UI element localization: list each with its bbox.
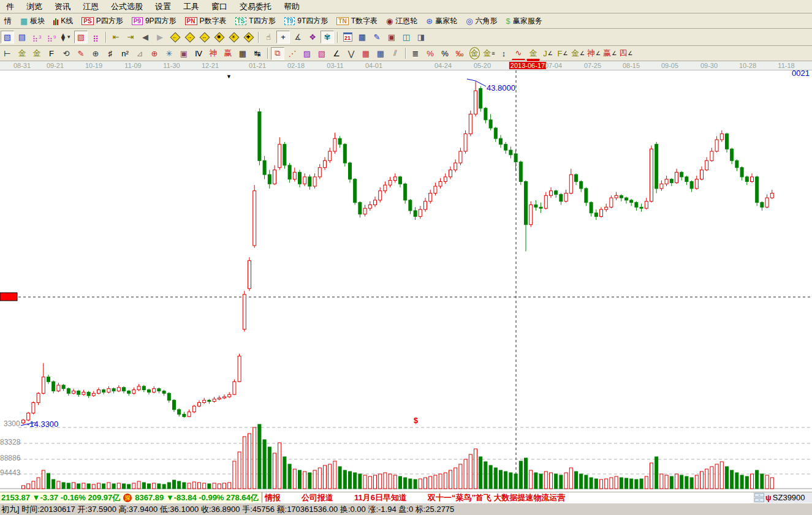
f-grid-icon[interactable]: F	[45, 47, 58, 60]
network-icon[interactable]: ◫	[400, 31, 413, 43]
btn-t-number[interactable]: TNT数字表	[332, 14, 382, 28]
btn-9t-square[interactable]: T99T四方形	[280, 14, 333, 28]
bars9-icon[interactable]: ⣦9	[45, 31, 58, 43]
permille-icon[interactable]: ‰	[453, 47, 466, 60]
ying-angle-icon[interactable]: 赢∠	[602, 47, 617, 60]
first-page-icon[interactable]: ⇤	[109, 31, 123, 43]
menu-help[interactable]: 帮助	[278, 0, 306, 13]
prev-page-icon[interactable]: ◀	[138, 31, 152, 43]
btn-kline[interactable]: K线	[49, 14, 77, 28]
red-grid-icon[interactable]: ▦	[359, 47, 373, 60]
pattern-active-icon[interactable]: ▧	[74, 31, 88, 43]
box-frame-icon[interactable]: ⧉	[271, 47, 284, 60]
menu-news[interactable]: 资讯	[48, 0, 77, 13]
red-target-icon[interactable]: ⊕	[148, 47, 161, 60]
info-panel-icon[interactable]: ▤	[15, 31, 29, 43]
n2-icon[interactable]: n²	[118, 47, 132, 60]
vertical-pen-icon[interactable]: ↕	[497, 47, 510, 60]
menu-gann[interactable]: 江恩	[77, 0, 105, 13]
trend-pen-icon[interactable]: ∠	[330, 47, 343, 60]
fan-grid-icon[interactable]: ▨	[300, 47, 314, 60]
pattern-select-icon[interactable]: ▧	[1, 31, 14, 43]
shen-grid-icon[interactable]: 神	[207, 47, 220, 60]
gold-lines-icon[interactable]: 金≡	[482, 47, 496, 60]
gann-knot-icon[interactable]: ❖	[306, 31, 319, 43]
vee-icon[interactable]: ⋁	[344, 47, 358, 60]
candle-style-icon[interactable]: ⧫▼	[59, 31, 73, 43]
diamond-compress-icon[interactable]: ✱	[212, 31, 226, 43]
last-page-icon[interactable]: ⇥	[124, 31, 137, 43]
si-angle-icon[interactable]: 四∠	[618, 47, 633, 60]
dropdown-arrow-icon[interactable]: ▼	[66, 34, 71, 40]
set-square-icon[interactable]: ⊿	[133, 47, 146, 60]
angle-tool-icon[interactable]: ∡	[291, 31, 305, 43]
comb-icon[interactable]: ♯	[104, 47, 117, 60]
gold-grid-icon[interactable]: 金	[15, 47, 29, 60]
candlestick-chart[interactable]	[0, 70, 812, 492]
diamond-star-icon[interactable]: ✳	[227, 31, 240, 43]
btn-9p-square[interactable]: P99P四方形	[127, 14, 181, 28]
dial-icon[interactable]: ⊕	[89, 47, 102, 60]
gold-angle-icon[interactable]: 金∠	[571, 47, 585, 60]
save-icon[interactable]: ▣	[385, 31, 398, 43]
ticker-spinner[interactable]: ––	[754, 493, 764, 502]
gold-grid2-icon[interactable]: 金	[30, 47, 44, 60]
bars3-icon[interactable]: ⣦3	[30, 31, 44, 43]
diamond-left-icon[interactable]: ←	[168, 31, 181, 43]
gold-circle-icon[interactable]: 金	[468, 47, 481, 60]
btn-winner-wheel[interactable]: ⊛赢家轮	[422, 14, 461, 28]
star-point-icon[interactable]: ✳	[162, 47, 176, 60]
hand-tool-icon[interactable]: ☝	[262, 31, 275, 43]
btn-winner-service[interactable]: $赢家服务	[502, 14, 547, 28]
menu-formula[interactable]: 公式选股	[105, 0, 149, 13]
news-item[interactable]: 情报	[265, 492, 281, 503]
menu-settings[interactable]: 设置	[149, 0, 177, 13]
workstation-icon[interactable]: ◨	[414, 31, 428, 43]
red-pen-icon[interactable]: ✎	[74, 47, 88, 60]
diamond-hswap-icon[interactable]: ↔	[197, 31, 211, 43]
histogram-icon[interactable]: ⣶	[89, 31, 102, 43]
chart-area[interactable]: 43.8000 -14.3300 0021 ▼ $ 33008332888886…	[0, 70, 812, 492]
f-angle-icon[interactable]: F∠	[556, 47, 569, 60]
brain-tool-icon[interactable]: ✾	[321, 31, 334, 43]
btn-sectors[interactable]: ▦板块	[16, 14, 49, 28]
btn-p-number[interactable]: PNP数字表	[181, 14, 231, 28]
red-fan-icon[interactable]: ⋰	[286, 47, 299, 60]
fan-grid2-icon[interactable]: ▧	[315, 47, 328, 60]
spiral-icon[interactable]: ⟲	[59, 47, 73, 60]
menu-tools[interactable]: 工具	[177, 0, 205, 13]
ladder-icon[interactable]: ≣	[409, 47, 422, 60]
wave-degree-icon[interactable]: Ⅳ	[192, 47, 205, 60]
btn-t-square[interactable]: TST四方形	[231, 14, 280, 28]
notepad-icon[interactable]: ✎	[370, 31, 384, 43]
news-item[interactable]: 双十一“菜鸟”首飞 大数据提速物流运营	[428, 492, 566, 503]
news-item[interactable]: 11月6日早知道	[354, 492, 407, 503]
parallels-icon[interactable]: ⫽	[389, 47, 402, 60]
diamond-right-icon[interactable]: →	[183, 31, 196, 43]
btn-quote[interactable]: 情	[0, 14, 16, 28]
j-angle-icon[interactable]: J∠	[541, 47, 555, 60]
menu-trade[interactable]: 交易委托	[233, 0, 278, 13]
crosshair-tool-icon[interactable]: +	[276, 31, 290, 43]
shen-angle-icon[interactable]: 神∠	[586, 47, 601, 60]
next-page-icon[interactable]: ▶	[153, 31, 167, 43]
ying-grid-icon[interactable]: 赢	[221, 47, 235, 60]
grid123-icon[interactable]: ▦	[236, 47, 249, 60]
percent-icon[interactable]: %	[438, 47, 452, 60]
boxed-pattern-icon[interactable]: ▣	[177, 47, 191, 60]
menu-window[interactable]: 窗口	[205, 0, 233, 13]
span-arrow-icon[interactable]: ↹	[251, 47, 264, 60]
btn-p-square[interactable]: PSP四方形	[77, 14, 127, 28]
btn-gann-wheel[interactable]: ◉江恩轮	[382, 14, 422, 28]
diamond-expand-icon[interactable]: ✚	[241, 31, 255, 43]
calendar-icon[interactable]: 21	[341, 31, 354, 43]
news-item[interactable]: 公司报道	[302, 492, 333, 503]
wave-underline-icon[interactable]: ∿	[512, 47, 525, 60]
btn-hexagon[interactable]: ◎六角形	[461, 14, 501, 28]
gold-underline-icon[interactable]: 金	[526, 47, 540, 60]
menu-file[interactable]: 件	[0, 0, 20, 13]
calculator-icon[interactable]: ▦	[355, 31, 369, 43]
grid-arrow-icon[interactable]: ▦	[374, 47, 387, 60]
menu-browse[interactable]: 浏览	[20, 0, 48, 13]
slash-percent-icon[interactable]: %	[423, 47, 437, 60]
